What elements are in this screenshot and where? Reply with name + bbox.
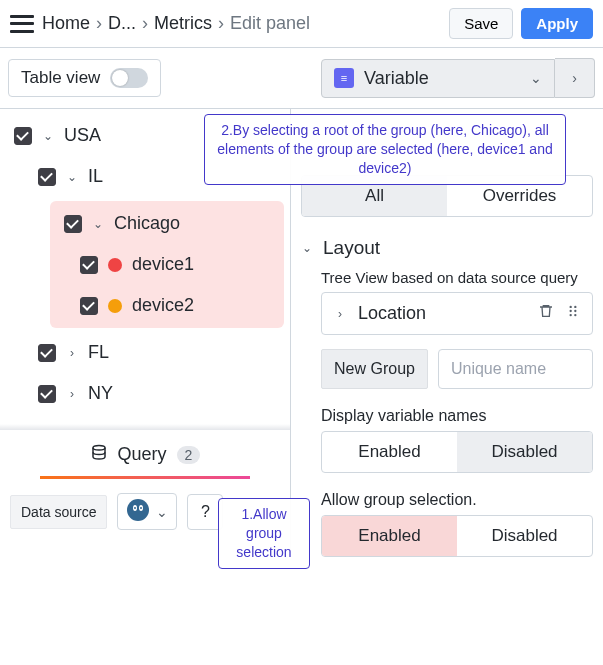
question-icon: ? <box>201 503 210 521</box>
tree-node-device2[interactable]: device2 <box>50 285 284 326</box>
display-names-enabled[interactable]: Enabled <box>322 432 457 472</box>
tree-node-device1[interactable]: device1 <box>50 244 284 285</box>
annotation-1: 1.Allow group selection <box>218 498 310 569</box>
datasource-label: Data source <box>10 495 107 529</box>
tree-label: device2 <box>132 295 194 316</box>
crumb-metrics[interactable]: Metrics <box>154 13 212 34</box>
section-layout-label: Layout <box>323 237 380 259</box>
tree-view-description: Tree View based on data source query <box>321 269 593 286</box>
annotation-2: 2.By selecting a root of the group (here… <box>204 114 566 185</box>
datasource-select[interactable]: ⌄ <box>117 493 177 530</box>
display-names-toggle: Enabled Disabled <box>321 431 593 473</box>
crumb-editpanel: Edit panel <box>230 13 310 34</box>
new-group-button[interactable]: New Group <box>321 349 428 389</box>
tab-query-label: Query <box>118 444 167 465</box>
checkbox-checked-icon[interactable] <box>80 256 98 274</box>
tree-label: NY <box>88 383 113 404</box>
svg-point-8 <box>570 310 572 312</box>
chevron-right-icon: › <box>96 13 102 34</box>
database-icon <box>90 444 108 465</box>
checkbox-checked-icon[interactable] <box>80 297 98 315</box>
tree-node-ny[interactable]: › NY <box>0 373 290 414</box>
save-button[interactable]: Save <box>449 8 513 39</box>
tree-label: USA <box>64 125 101 146</box>
toggle-switch[interactable] <box>110 68 148 88</box>
checkbox-checked-icon[interactable] <box>14 127 32 145</box>
tree-group-selected: ⌄ Chicago device1 device2 <box>50 201 284 328</box>
svg-point-6 <box>570 306 572 308</box>
table-view-label: Table view <box>21 68 100 88</box>
tab-query[interactable]: Query 2 <box>0 430 290 479</box>
checkbox-checked-icon[interactable] <box>38 344 56 362</box>
tree-node-fl[interactable]: › FL <box>0 332 290 373</box>
chevron-down-icon: ⌄ <box>156 504 168 520</box>
svg-point-7 <box>574 306 576 308</box>
chevron-down-icon: ⌄ <box>301 241 313 255</box>
tree-node-chicago[interactable]: ⌄ Chicago <box>50 203 284 244</box>
crumb-dashboards[interactable]: D... <box>108 13 136 34</box>
menu-icon[interactable] <box>10 15 34 33</box>
breadcrumb: Home › D... › Metrics › Edit panel <box>42 13 441 34</box>
tree-label: device1 <box>132 254 194 275</box>
allow-group-toggle: Enabled Disabled <box>321 515 593 557</box>
checkbox-checked-icon[interactable] <box>64 215 82 233</box>
svg-point-11 <box>574 314 576 316</box>
chevron-down-icon[interactable]: ⌄ <box>66 170 78 184</box>
chevron-down-icon: ⌄ <box>530 70 542 86</box>
tab-underline <box>40 476 250 479</box>
chevron-down-icon[interactable]: ⌄ <box>42 129 54 143</box>
chevron-right-icon[interactable]: › <box>66 387 78 401</box>
checkbox-checked-icon[interactable] <box>38 168 56 186</box>
checkbox-checked-icon[interactable] <box>38 385 56 403</box>
query-count-badge: 2 <box>177 446 201 464</box>
allow-group-enabled[interactable]: Enabled <box>322 516 457 556</box>
svg-point-5 <box>140 507 142 509</box>
chevron-right-icon: › <box>218 13 224 34</box>
chevron-right-icon[interactable]: › <box>334 307 346 321</box>
status-dot-amber <box>108 299 122 313</box>
display-names-label: Display variable names <box>321 407 593 425</box>
svg-point-9 <box>574 310 576 312</box>
group-name-input[interactable]: Unique name <box>438 349 593 389</box>
allow-group-disabled[interactable]: Disabled <box>457 516 592 556</box>
allow-group-label: Allow group selection. <box>321 491 593 509</box>
drag-handle-icon[interactable] <box>566 303 580 324</box>
chevron-right-icon: › <box>572 70 577 86</box>
svg-point-4 <box>134 507 136 509</box>
apply-button[interactable]: Apply <box>521 8 593 39</box>
variable-icon: ≡ <box>334 68 354 88</box>
trash-icon[interactable] <box>538 303 554 324</box>
chevron-down-icon[interactable]: ⌄ <box>92 217 104 231</box>
chevron-right-icon[interactable]: › <box>66 346 78 360</box>
chevron-right-icon: › <box>142 13 148 34</box>
svg-point-1 <box>127 499 149 521</box>
status-dot-red <box>108 258 122 272</box>
table-view-toggle[interactable]: Table view <box>8 59 161 97</box>
panel-type-next[interactable]: › <box>555 58 595 98</box>
panel-type-select[interactable]: ≡ Variable ⌄ <box>321 59 555 98</box>
tree-label: FL <box>88 342 109 363</box>
section-layout[interactable]: ⌄ Layout <box>301 231 593 269</box>
display-names-disabled[interactable]: Disabled <box>457 432 592 472</box>
group-label: Location <box>358 303 426 324</box>
tree-label: IL <box>88 166 103 187</box>
group-row-location[interactable]: › Location <box>321 292 593 335</box>
postgres-icon <box>126 498 150 525</box>
svg-point-10 <box>570 314 572 316</box>
panel-type-label: Variable <box>364 68 520 89</box>
svg-point-0 <box>93 446 105 451</box>
crumb-home[interactable]: Home <box>42 13 90 34</box>
tree-label: Chicago <box>114 213 180 234</box>
